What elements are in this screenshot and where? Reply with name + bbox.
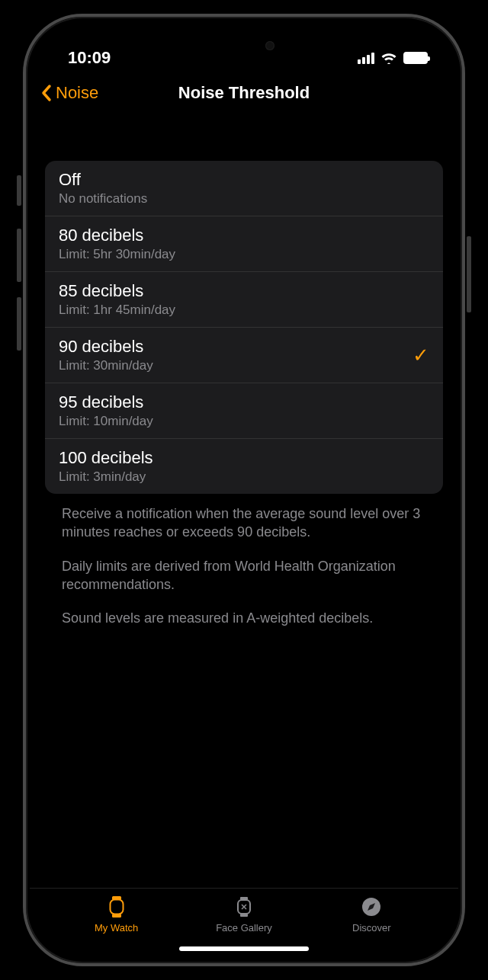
chevron-left-icon — [40, 84, 53, 102]
tab-discover[interactable]: Discover — [326, 895, 417, 934]
side-button-vol-up — [17, 229, 21, 282]
tab-label: My Watch — [95, 922, 138, 934]
wifi-icon — [380, 52, 397, 64]
dynamic-island — [187, 34, 301, 57]
svg-rect-2 — [110, 900, 123, 914]
content-scroll[interactable]: Off No notifications 80 decibels Limit: … — [30, 115, 458, 888]
option-sub: Limit: 10min/day — [59, 414, 153, 429]
option-title: 100 decibels — [59, 448, 153, 468]
option-sub: Limit: 30min/day — [59, 358, 153, 373]
option-80db[interactable]: 80 decibels Limit: 5hr 30min/day — [45, 216, 443, 272]
option-100db[interactable]: 100 decibels Limit: 3min/day — [45, 439, 443, 494]
phone-frame: 10:09 Noise Noise Threshold — [23, 14, 465, 966]
tab-label: Discover — [352, 922, 391, 934]
side-button-vol-down — [17, 297, 21, 351]
back-button[interactable]: Noise — [40, 83, 98, 103]
tab-my-watch[interactable]: My Watch — [71, 895, 162, 934]
tab-bar: My Watch Face Gallery — [30, 888, 458, 938]
side-button-power — [467, 236, 471, 312]
front-camera — [265, 41, 274, 50]
cellular-icon — [358, 52, 374, 64]
footer-p3: Sound levels are measured in A-weighted … — [62, 609, 426, 627]
back-label: Noise — [56, 83, 98, 103]
option-title: 80 decibels — [59, 226, 175, 245]
option-90db[interactable]: 90 decibels Limit: 30min/day ✓ — [45, 328, 443, 383]
tab-label: Face Gallery — [216, 922, 272, 934]
tab-face-gallery[interactable]: Face Gallery — [198, 895, 290, 934]
option-title: 95 decibels — [59, 392, 153, 412]
watch-face-icon — [233, 895, 255, 919]
option-85db[interactable]: 85 decibels Limit: 1hr 45min/day — [45, 272, 443, 328]
option-off[interactable]: Off No notifications — [45, 161, 443, 216]
footer-p1: Receive a notification when the average … — [62, 504, 426, 542]
footer-p2: Daily limits are derived from World Heal… — [62, 557, 426, 594]
option-95db[interactable]: 95 decibels Limit: 10min/day — [45, 383, 443, 439]
side-button-mute — [17, 175, 21, 206]
threshold-options: Off No notifications 80 decibels Limit: … — [45, 161, 443, 494]
option-sub: No notifications — [59, 191, 147, 207]
battery-icon — [403, 52, 428, 64]
watch-icon — [105, 895, 128, 919]
option-sub: Limit: 5hr 30min/day — [59, 247, 175, 262]
option-title: 85 decibels — [59, 281, 175, 301]
footer-text: Receive a notification when the average … — [45, 494, 443, 627]
option-sub: Limit: 1hr 45min/day — [59, 303, 175, 318]
option-title: 90 decibels — [59, 337, 153, 357]
option-sub: Limit: 3min/day — [59, 469, 153, 485]
home-indicator[interactable] — [30, 938, 458, 959]
nav-bar: Noise Noise Threshold — [30, 74, 458, 115]
checkmark-icon: ✓ — [413, 344, 429, 367]
compass-icon — [360, 895, 383, 919]
status-time: 10:09 — [68, 48, 111, 68]
option-title: Off — [59, 170, 147, 190]
